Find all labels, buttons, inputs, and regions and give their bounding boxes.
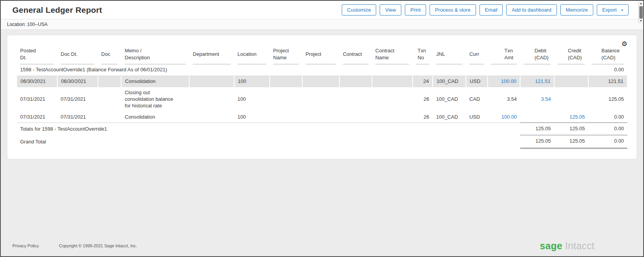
cell-debit-link[interactable]: 3.54 — [520, 87, 554, 112]
chevron-down-icon: ▾ — [621, 8, 623, 12]
add-to-dashboard-button[interactable]: Add to dashboard — [506, 4, 557, 16]
cell-doc — [98, 112, 122, 123]
col-department: Department — [189, 47, 234, 64]
cell-credit — [554, 76, 588, 87]
cell-location: 100 — [234, 112, 270, 123]
vertical-scrollbar[interactable]: ▲ ▼ — [638, 2, 643, 23]
col-project-name: Project Name — [270, 47, 302, 64]
scrollbar-thumb[interactable] — [639, 6, 643, 19]
cell-jnl: 100_CAD — [433, 112, 466, 123]
view-button[interactable]: View — [380, 4, 401, 16]
sage-intacct-logo: sage Intacct — [540, 240, 594, 252]
footer-links: Privacy Policy Copyright © 1999-2021 Sag… — [12, 243, 137, 248]
table-row[interactable]: 07/31/2021 07/31/2021 Consolidation 100 … — [17, 112, 627, 123]
col-debit-cad: Debit (CAD) — [520, 47, 554, 64]
cell-posted-dt: 06/30/2021 — [17, 76, 57, 87]
cell-debit-link[interactable]: 121.51 — [520, 76, 554, 87]
gear-icon[interactable]: ⚙ — [622, 41, 627, 47]
grand-total-balance: 0.00 — [588, 135, 627, 149]
report-toolbar: Customize View Print Process & store Ema… — [342, 4, 629, 16]
col-posted-dt: Posted Dt. — [17, 47, 57, 64]
main-content: ⚙ Posted Dt. Doc Dt. Doc Memo / D — [1, 30, 643, 238]
col-curr: Curr — [466, 47, 488, 64]
col-jnl: JNL — [433, 47, 466, 64]
logo-sage: sage — [540, 240, 562, 251]
grand-total-label: Grand Total — [17, 135, 520, 149]
cell-project-name — [270, 87, 302, 112]
table-row[interactable]: 06/30/2021 06/30/2021 Consolidation 100 … — [17, 76, 627, 87]
cell-memo: Consolidation — [121, 112, 189, 123]
col-contract: Contract — [339, 47, 372, 64]
cell-curr: USD — [466, 112, 488, 123]
scroll-down-icon[interactable]: ▼ — [640, 19, 642, 23]
cell-txn-no: 26 — [413, 112, 433, 123]
cell-project — [302, 87, 339, 112]
cell-txn-amt: 3.54 — [488, 87, 520, 112]
page-footer: Privacy Policy Copyright © 1999-2021 Sag… — [1, 238, 643, 256]
cell-curr: USD — [466, 76, 488, 87]
scroll-up-icon[interactable]: ▲ — [640, 2, 642, 6]
col-txn-amt: Txn Amt — [488, 47, 520, 64]
cell-memo: Closing out consolidation balance for hi… — [121, 87, 189, 112]
grand-total-credit: 125.05 — [554, 135, 588, 149]
cell-contract-name — [372, 112, 413, 123]
cell-project — [302, 76, 339, 87]
cell-department — [189, 76, 234, 87]
cell-curr: CAD — [466, 87, 488, 112]
cell-doc — [98, 87, 122, 112]
cell-doc — [98, 76, 122, 87]
account-totals-row: Totals for 1598 - TestAccountOverride1 1… — [17, 122, 627, 135]
memorize-button[interactable]: Memorize — [560, 4, 593, 16]
cell-location: 100 — [234, 76, 270, 87]
cell-credit-link[interactable]: 125.05 — [554, 112, 588, 123]
email-button[interactable]: Email — [480, 4, 503, 16]
privacy-policy-link[interactable]: Privacy Policy — [12, 243, 39, 248]
print-button[interactable]: Print — [405, 4, 426, 16]
cell-doc-dt: 07/31/2021 — [57, 87, 98, 112]
cell-credit — [554, 87, 588, 112]
col-txn-no: Txn No — [413, 47, 433, 64]
cell-contract — [339, 87, 372, 112]
cell-txn-amt-link[interactable]: 100.00 — [488, 112, 520, 123]
cell-jnl: 100_CAD — [433, 87, 466, 112]
cell-contract-name — [372, 76, 413, 87]
cell-txn-no: 26 — [413, 87, 433, 112]
col-doc: Doc — [98, 47, 122, 64]
totals-debit: 125.05 — [520, 122, 554, 135]
location-filter-value: Location: 100--USA — [7, 22, 48, 27]
cell-contract — [339, 76, 372, 87]
grand-total-row: Grand Total 125.05 125.05 0.00 — [17, 135, 627, 149]
copyright-text: Copyright © 1999-2021 Sage Intacct, Inc. — [59, 243, 137, 248]
cell-contract-name — [372, 87, 413, 112]
cell-txn-amt-link[interactable]: 100.00 — [488, 76, 520, 87]
cell-balance: 125.05 — [588, 87, 627, 112]
gl-report-table: Posted Dt. Doc Dt. Doc Memo / Descriptio… — [17, 47, 627, 149]
cell-project-name — [270, 76, 302, 87]
cell-debit — [520, 112, 554, 123]
cell-department — [189, 112, 234, 123]
top-bar: General Ledger Report Customize View Pri… — [1, 1, 643, 19]
cell-memo: Consolidation — [121, 76, 189, 87]
totals-label: Totals for 1598 - TestAccountOverride1 — [17, 122, 520, 135]
table-header-row: Posted Dt. Doc Dt. Doc Memo / Descriptio… — [17, 47, 627, 64]
col-project: Project — [302, 47, 339, 64]
col-credit-cad: Credit (CAD) — [554, 47, 588, 64]
col-memo-description: Memo / Description — [121, 47, 189, 64]
app-window: General Ledger Report Customize View Pri… — [0, 0, 644, 257]
group-balance-forward: 0.00 — [588, 64, 627, 76]
cell-jnl: 100_CAD — [433, 76, 466, 87]
cell-project — [302, 112, 339, 123]
cell-txn-no: 24 — [413, 76, 433, 87]
process-store-button[interactable]: Process & store — [430, 4, 476, 16]
card-toolbar: ⚙ — [17, 38, 627, 47]
table-row[interactable]: 07/31/2021 07/31/2021 Closing out consol… — [17, 87, 627, 112]
cell-posted-dt: 07/31/2021 — [17, 112, 57, 123]
cell-balance: 0.00 — [588, 112, 627, 123]
account-group-label: 1598 - TestAccountOverride1 (Balance For… — [17, 64, 588, 76]
page-title: General Ledger Report — [12, 5, 102, 15]
grand-total-debit: 125.05 — [520, 135, 554, 149]
export-button[interactable]: Export▾ — [597, 4, 629, 16]
export-label: Export — [602, 7, 617, 13]
memo-text: Closing out consolidation balance for hi… — [125, 90, 176, 109]
customize-button[interactable]: Customize — [342, 4, 376, 16]
